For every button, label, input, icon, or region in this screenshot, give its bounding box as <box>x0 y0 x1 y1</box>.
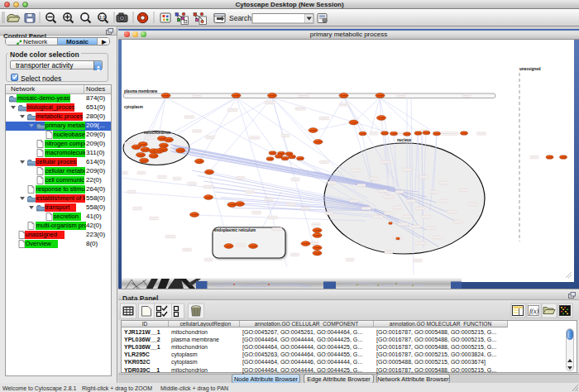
svg-text:Search:: Search: <box>229 14 253 22</box>
svg-text:plasma membrane: plasma membrane <box>124 89 158 93</box>
svg-text:1:1: 1:1 <box>99 15 105 20</box>
svg-text:nucleus: nucleus <box>397 138 412 142</box>
svg-text:cytoplasm: cytoplasm <box>124 105 143 109</box>
svg-text:f(x): f(x) <box>529 308 538 315</box>
svg-text:endoplasmic reticulum: endoplasmic reticulum <box>214 228 256 232</box>
svg-text:unassigned: unassigned <box>519 67 541 71</box>
svg-text:mitochondrion: mitochondrion <box>144 131 170 135</box>
